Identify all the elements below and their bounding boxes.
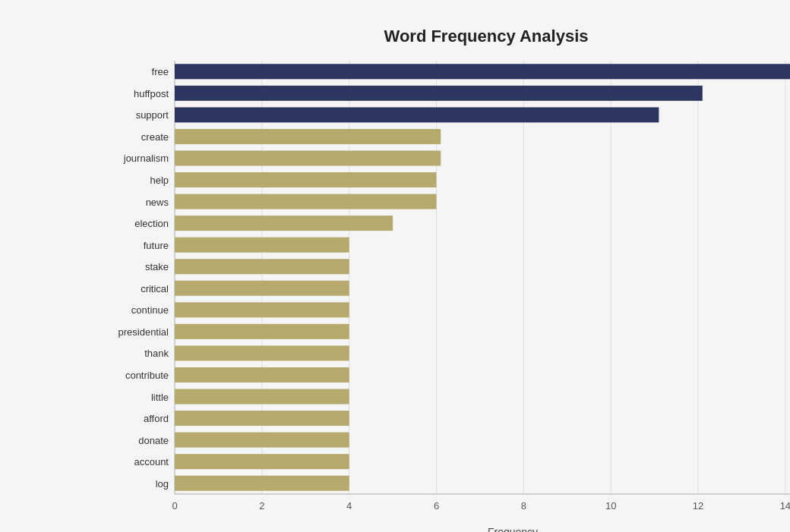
svg-rect-35 bbox=[175, 238, 349, 253]
svg-text:election: election bbox=[134, 218, 169, 229]
svg-text:continue: continue bbox=[131, 304, 169, 316]
svg-rect-55 bbox=[175, 454, 349, 469]
svg-text:news: news bbox=[146, 197, 169, 208]
svg-text:free: free bbox=[152, 66, 169, 77]
svg-text:contribute: contribute bbox=[125, 370, 169, 381]
svg-text:log: log bbox=[156, 478, 169, 490]
svg-rect-27 bbox=[175, 150, 441, 165]
svg-rect-19 bbox=[175, 64, 790, 79]
svg-text:14: 14 bbox=[780, 500, 790, 512]
svg-text:Word Frequency Analysis: Word Frequency Analysis bbox=[384, 27, 589, 46]
svg-rect-53 bbox=[175, 433, 349, 448]
svg-rect-39 bbox=[175, 281, 349, 296]
svg-rect-49 bbox=[175, 389, 349, 405]
svg-text:6: 6 bbox=[434, 500, 439, 512]
svg-text:little: little bbox=[151, 392, 169, 403]
svg-text:future: future bbox=[144, 240, 169, 251]
svg-text:0: 0 bbox=[172, 500, 177, 512]
svg-text:presidential: presidential bbox=[118, 326, 169, 338]
svg-rect-33 bbox=[175, 216, 393, 231]
svg-rect-29 bbox=[175, 172, 437, 187]
svg-text:help: help bbox=[150, 175, 169, 186]
svg-text:Frequency: Frequency bbox=[488, 526, 538, 532]
chart-container: Word Frequency Analysis 02468101214Frequ… bbox=[0, 0, 790, 532]
svg-text:afford: afford bbox=[144, 413, 169, 424]
svg-rect-25 bbox=[175, 129, 441, 144]
svg-rect-41 bbox=[175, 302, 349, 317]
svg-rect-45 bbox=[175, 345, 349, 360]
svg-text:stake: stake bbox=[145, 261, 169, 272]
svg-rect-21 bbox=[175, 86, 703, 101]
svg-text:8: 8 bbox=[521, 500, 526, 512]
svg-rect-37 bbox=[175, 259, 349, 274]
svg-text:create: create bbox=[141, 131, 169, 143]
svg-text:donate: donate bbox=[138, 435, 169, 446]
svg-text:huffpost: huffpost bbox=[134, 88, 169, 99]
svg-text:critical: critical bbox=[141, 283, 169, 294]
svg-rect-47 bbox=[175, 367, 349, 382]
svg-text:12: 12 bbox=[693, 500, 703, 512]
svg-text:10: 10 bbox=[605, 500, 616, 512]
svg-rect-43 bbox=[175, 324, 349, 339]
chart-inner: 02468101214Frequencyfreehuffpostsupportc… bbox=[91, 15, 760, 471]
svg-text:account: account bbox=[134, 456, 169, 467]
svg-rect-57 bbox=[175, 476, 349, 491]
svg-text:support: support bbox=[136, 109, 169, 121]
svg-text:2: 2 bbox=[259, 500, 264, 512]
svg-rect-31 bbox=[175, 194, 437, 209]
svg-rect-23 bbox=[175, 107, 659, 122]
svg-text:thank: thank bbox=[144, 348, 169, 359]
chart-svg: 02468101214Frequencyfreehuffpostsupportc… bbox=[91, 15, 790, 532]
svg-rect-51 bbox=[175, 411, 349, 426]
svg-text:4: 4 bbox=[346, 500, 352, 512]
svg-text:journalism: journalism bbox=[123, 153, 169, 164]
